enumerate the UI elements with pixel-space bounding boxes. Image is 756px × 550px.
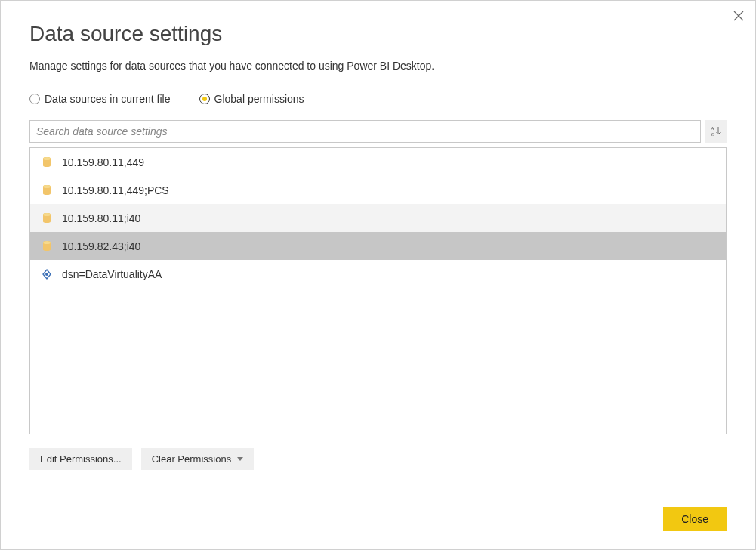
sort-button[interactable]: A Z bbox=[705, 120, 727, 143]
edit-permissions-button[interactable]: Edit Permissions... bbox=[29, 448, 132, 470]
data-source-row[interactable]: 10.159.80.11,449 bbox=[30, 148, 726, 176]
close-button[interactable]: Close bbox=[663, 507, 727, 531]
radio-label: Data sources in current file bbox=[45, 93, 171, 105]
svg-point-10 bbox=[43, 213, 51, 216]
data-source-settings-dialog: Data source settings Manage settings for… bbox=[0, 0, 756, 550]
radio-current-file[interactable]: Data sources in current file bbox=[29, 93, 171, 105]
radio-label: Global permissions bbox=[214, 93, 304, 105]
button-label: Clear Permissions bbox=[152, 453, 231, 465]
scope-radio-group: Data sources in current file Global perm… bbox=[29, 93, 727, 105]
odbc-icon bbox=[41, 268, 53, 280]
radio-icon bbox=[199, 94, 210, 104]
data-source-label: dsn=DataVirtualityAA bbox=[62, 268, 162, 280]
database-icon bbox=[41, 240, 53, 252]
database-icon bbox=[41, 184, 53, 196]
svg-point-6 bbox=[43, 157, 51, 160]
sort-az-icon: A Z bbox=[710, 125, 722, 139]
clear-permissions-button[interactable]: Clear Permissions bbox=[141, 448, 254, 470]
svg-text:Z: Z bbox=[711, 131, 714, 137]
search-input[interactable] bbox=[29, 120, 701, 143]
data-source-label: 10.159.80.11;i40 bbox=[62, 212, 140, 224]
data-source-label: 10.159.80.11,449 bbox=[62, 156, 144, 168]
radio-icon bbox=[29, 94, 40, 104]
dialog-title: Data source settings bbox=[29, 22, 727, 46]
svg-point-12 bbox=[43, 241, 51, 244]
data-source-row[interactable]: 10.159.82.43;i40 bbox=[30, 232, 726, 260]
svg-point-14 bbox=[45, 273, 48, 276]
data-source-row[interactable]: 10.159.80.11,449;PCS bbox=[30, 176, 726, 204]
radio-global-permissions[interactable]: Global permissions bbox=[199, 93, 304, 105]
svg-point-8 bbox=[43, 185, 51, 188]
close-icon[interactable] bbox=[730, 7, 748, 25]
chevron-down-icon bbox=[237, 457, 243, 461]
data-source-row[interactable]: dsn=DataVirtualityAA bbox=[30, 260, 726, 288]
data-source-label: 10.159.80.11,449;PCS bbox=[62, 184, 169, 196]
svg-text:A: A bbox=[711, 125, 714, 131]
data-source-label: 10.159.82.43;i40 bbox=[62, 240, 140, 252]
database-icon bbox=[41, 156, 53, 168]
data-source-list[interactable]: 10.159.80.11,449 10.159.80.11,449;PCS 10… bbox=[29, 147, 727, 434]
dialog-subtitle: Manage settings for data sources that yo… bbox=[29, 60, 727, 72]
data-source-row[interactable]: 10.159.80.11;i40 bbox=[30, 204, 726, 232]
database-icon bbox=[41, 212, 53, 224]
